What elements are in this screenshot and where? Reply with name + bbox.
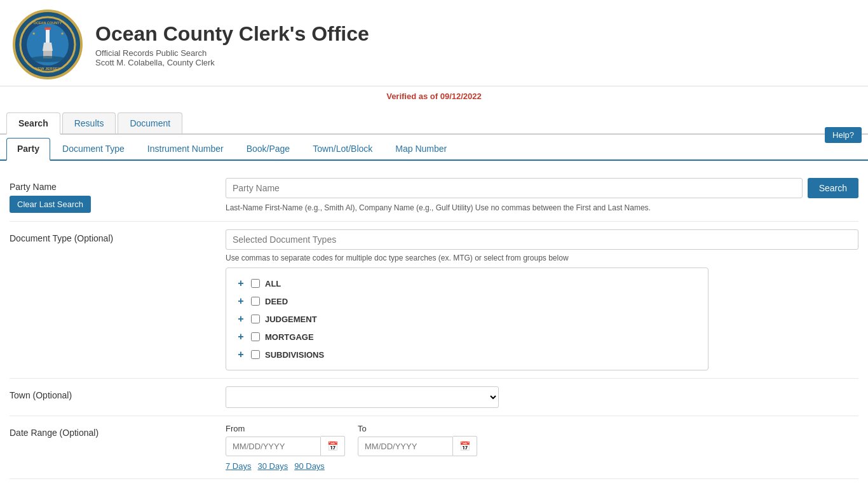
to-label: To [358,424,477,433]
doc-type-all: + ALL [236,274,698,292]
to-date-input[interactable] [358,437,453,456]
verified-notice: Verified as of 09/12/2022 [0,86,868,106]
county-seal: ★ ★ NEW JERSEY OCEAN COUNTY [13,10,83,79]
subtab-party[interactable]: Party [6,138,50,161]
subtab-instrument-number[interactable]: Instrument Number [137,138,234,159]
quick-90-days[interactable]: 90 Days [294,461,325,471]
party-name-hint: Last-Name First-Name (e.g., Smith Al), C… [226,202,858,214]
date-range-label: Date Range (Optional) [10,424,226,438]
quick-date-links: 7 Days 30 Days 90 Days [226,461,858,471]
to-input-wrap: 📅 [358,436,477,456]
subtab-document-type[interactable]: Document Type [51,138,135,159]
from-calendar-button[interactable]: 📅 [321,436,345,456]
calendar-from-icon: 📅 [327,441,338,451]
office-title: Ocean County Clerk's Office [95,22,369,46]
tab-search[interactable]: Search [6,112,60,135]
expand-subdivisions-icon[interactable]: + [236,349,246,360]
document-type-input[interactable] [226,229,858,250]
seal-svg: ★ ★ NEW JERSEY OCEAN COUNTY [19,16,76,73]
expand-judgement-icon[interactable]: + [236,313,246,325]
svg-text:★: ★ [32,31,36,36]
svg-rect-2 [46,29,50,43]
tab-results[interactable]: Results [62,112,116,133]
checkbox-mortgage[interactable] [251,332,260,341]
checkbox-judgement[interactable] [251,315,260,323]
document-type-hint: Use commas to separate codes for multipl… [226,254,858,262]
party-name-row: Party Name Clear Last Search Search Last… [10,170,858,222]
party-name-controls: Search Last-Name First-Name (e.g., Smith… [226,178,858,214]
header-text: Ocean County Clerk's Office Official Rec… [95,22,369,67]
date-range-controls: From 📅 To 📅 [226,424,858,471]
town-label: Town (Optional) [10,386,226,400]
clear-last-search-button[interactable]: Clear Last Search [10,196,91,213]
doc-type-deed: + DEED [236,292,698,310]
quick-30-days[interactable]: 30 Days [257,461,288,471]
form-content: Party Name Clear Last Search Search Last… [0,161,868,488]
help-button-wrap: Help? [825,127,862,143]
party-search-button[interactable]: Search [808,178,858,198]
party-name-input-row: Search [226,178,858,198]
expand-deed-icon[interactable]: + [236,295,246,307]
town-controls [226,386,858,408]
svg-text:★: ★ [60,31,64,36]
doc-type-mortgage: + MORTGAGE [236,328,698,346]
from-label: From [226,424,345,433]
help-button[interactable]: Help? [825,127,862,143]
doc-type-subdivisions: + SUBDIVISIONS [236,346,698,363]
from-date-input[interactable] [226,437,321,456]
page-header: ★ ★ NEW JERSEY OCEAN COUNTY Ocean County… [0,0,868,86]
quick-7-days[interactable]: 7 Days [226,461,251,471]
subtab-map-number[interactable]: Map Number [384,138,458,159]
main-tab-bar: Search Results Document [0,112,868,135]
subtab-town-lot-block[interactable]: Town/Lot/Block [302,138,383,159]
svg-marker-4 [43,43,53,51]
document-type-label: Document Type (Optional) [10,229,226,243]
sub-tab-bar: Party Document Type Instrument Number Bo… [0,138,868,161]
to-calendar-button[interactable]: 📅 [453,436,477,456]
office-subtitle1: Official Records Public Search [95,48,369,58]
expand-all-icon[interactable]: + [236,278,246,289]
party-name-input[interactable] [226,178,803,198]
svg-text:OCEAN COUNTY: OCEAN COUNTY [34,21,62,25]
date-range-row: Date Range (Optional) From 📅 To [10,416,858,479]
date-from-group: From 📅 [226,424,345,456]
subtab-book-page[interactable]: Book/Page [236,138,301,159]
svg-text:NEW JERSEY: NEW JERSEY [35,67,60,71]
doc-type-judgement: + JUDGEMENT [236,310,698,328]
party-name-label: Party Name Clear Last Search [10,178,226,213]
tab-document[interactable]: Document [118,112,182,133]
expand-mortgage-icon[interactable]: + [236,331,246,342]
checkbox-deed[interactable] [251,297,260,306]
date-to-group: To 📅 [358,424,477,456]
town-row: Town (Optional) [10,379,858,416]
from-input-wrap: 📅 [226,436,345,456]
checkbox-subdivisions[interactable] [251,350,260,359]
calendar-to-icon: 📅 [459,441,470,451]
document-type-checkboxes: + ALL + DEED + JUDGEMENT + MORTG [226,268,709,370]
document-type-row: Document Type (Optional) Use commas to s… [10,222,858,379]
checkbox-all[interactable] [251,279,260,288]
svg-point-6 [30,56,65,62]
document-type-controls: Use commas to separate codes for multipl… [226,229,858,370]
date-inputs-row: From 📅 To 📅 [226,424,858,456]
town-select[interactable] [226,386,499,408]
svg-rect-3 [44,27,51,30]
office-subtitle2: Scott M. Colabella, County Clerk [95,58,369,67]
